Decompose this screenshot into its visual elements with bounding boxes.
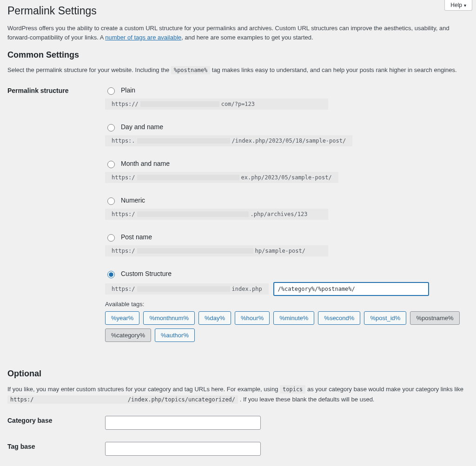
page-title: Permalink Settings [7,5,469,17]
radio-custom-label: Custom Structure [121,270,172,277]
category-base-input[interactable] [105,416,261,430]
available-tags-label: Available tags: [105,301,469,308]
option-month-name: Month and name https:/ ex.php/2023/05/sa… [105,159,469,183]
tag-button-category[interactable]: %category% [105,328,151,342]
redacted-domain [137,248,253,254]
option-day-name: Day and name https:. /index.php/2023/05/… [105,123,469,146]
redacted-domain [137,211,249,217]
option-custom: Custom Structure https:/ index.php Avail… [105,269,469,342]
optional-heading: Optional [7,369,469,379]
topics-code: topics [280,385,305,394]
chevron-down-icon: ▾ [464,3,466,8]
common-settings-heading: Common Settings [7,50,469,60]
tag-button-monthnum[interactable]: %monthnum% [143,311,195,325]
tag-button-day[interactable]: %day% [198,311,231,325]
redacted-domain [137,286,230,292]
custom-structure-input[interactable] [273,282,429,296]
intro-paragraph: WordPress offers you the ability to crea… [7,24,469,42]
custom-prefix-bar: https:/ index.php [105,283,269,295]
tag-base-label: Tag base [7,442,105,450]
radio-post-name[interactable] [107,234,115,242]
example-month-name: https:/ ex.php/2023/05/sample-post/ [105,172,338,183]
radio-custom[interactable] [107,271,115,278]
example-numeric: https:/ .php/archives/123 [105,209,328,220]
radio-plain-label: Plain [121,86,135,94]
tag-button-postname[interactable]: %postname% [410,311,459,325]
radio-post-name-label: Post name [121,233,152,241]
example-day-name: https:. /index.php/2023/05/18/sample-pos… [105,135,352,146]
radio-numeric[interactable] [107,197,115,205]
tag-button-author[interactable]: %author% [155,328,195,342]
tags-available-link[interactable]: number of tags are available [105,34,181,41]
tag-button-year[interactable]: %year% [105,311,139,325]
example-category-url: https:/ /index.php/topics/uncategorized/ [7,395,238,404]
available-tags: %year%%monthnum%%day%%hour%%minute%%seco… [105,311,463,342]
radio-plain[interactable] [107,87,115,95]
radio-day-name-label: Day and name [121,123,163,131]
radio-month-name-label: Month and name [121,160,170,167]
permalink-structure-label: Permalink structure [7,86,105,94]
help-label: Help [450,2,462,8]
redacted-domain [137,175,239,180]
radio-day-name[interactable] [107,124,115,131]
redacted-domain [137,138,230,144]
help-tab[interactable]: Help ▾ [444,0,472,11]
radio-numeric-label: Numeric [121,197,145,204]
tag-base-input[interactable] [105,442,261,456]
option-numeric: Numeric https:/ .php/archives/123 [105,196,469,220]
example-plain: https:// com/?p=123 [105,98,328,110]
redacted-domain [140,101,219,107]
option-plain: Plain https:// com/?p=123 [105,86,469,110]
common-settings-desc: Select the permalink structure for your … [7,66,469,75]
tag-button-minute[interactable]: %minute% [273,311,314,325]
radio-month-name[interactable] [107,161,115,168]
tag-button-post_id[interactable]: %post_id% [364,311,406,325]
tag-button-hour[interactable]: %hour% [235,311,270,325]
example-post-name: https:/ hp/sample-post/ [105,245,328,256]
tag-button-second[interactable]: %second% [318,311,360,325]
optional-desc: If you like, you may enter custom struct… [7,384,469,405]
postname-tag-code: %postname% [171,66,210,74]
option-post-name: Post name https:/ hp/sample-post/ [105,233,469,256]
category-base-label: Category base [7,416,105,424]
